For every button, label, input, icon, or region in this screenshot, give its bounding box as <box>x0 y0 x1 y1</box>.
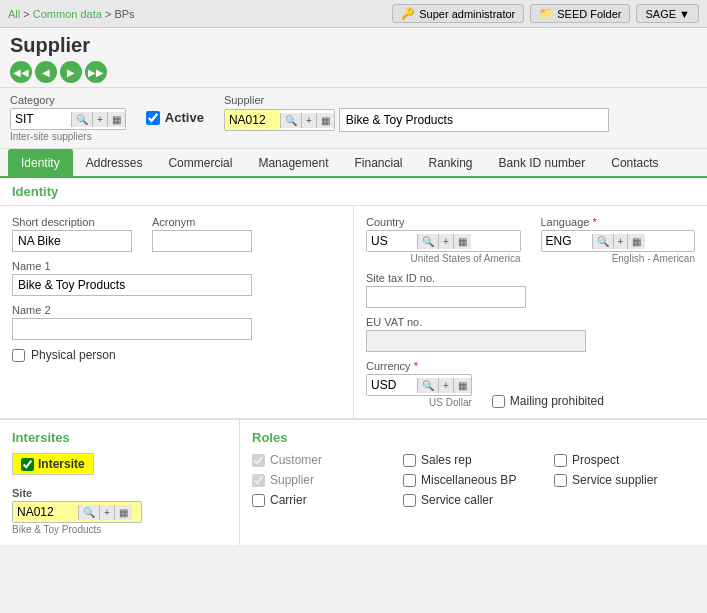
seed-folder-button[interactable]: 📁 SEED Folder <box>530 4 630 23</box>
super-admin-button[interactable]: 🔑 Super administrator <box>392 4 524 23</box>
supplier-add-icon[interactable]: + <box>301 113 316 128</box>
nav-prev-button[interactable]: ◀ <box>35 61 57 83</box>
top-bar: All > Common data > BPs 🔑 Super administ… <box>0 0 707 28</box>
name1-input[interactable] <box>12 274 252 296</box>
category-detail-icon[interactable]: ▦ <box>107 112 125 127</box>
page-title: Supplier <box>10 34 697 57</box>
category-search-icon[interactable]: 🔍 <box>71 112 92 127</box>
carrier-checkbox[interactable] <box>252 494 265 507</box>
physical-person-checkbox[interactable] <box>12 349 25 362</box>
language-input[interactable] <box>542 231 592 251</box>
supplier-detail-icon[interactable]: ▦ <box>316 113 334 128</box>
currency-note: US Dollar <box>366 397 472 408</box>
tab-addresses[interactable]: Addresses <box>73 149 156 176</box>
supplier-name-input[interactable]: Bike & Toy Products <box>339 108 609 132</box>
country-input[interactable] <box>367 231 417 251</box>
tab-contacts[interactable]: Contacts <box>598 149 671 176</box>
tab-management[interactable]: Management <box>245 149 341 176</box>
site-input-group: 🔍 + ▦ <box>12 501 142 523</box>
identity-section-header: Identity <box>0 178 707 206</box>
site-tax-row: Site tax ID no. <box>366 272 695 308</box>
role-customer: Customer <box>252 453 393 467</box>
roles-title: Roles <box>252 430 695 445</box>
mailing-prohibited-checkbox[interactable] <box>492 395 505 408</box>
nav-last-button[interactable]: ▶▶ <box>85 61 107 83</box>
language-note: English - American <box>541 253 696 264</box>
tab-commercial[interactable]: Commercial <box>155 149 245 176</box>
country-field: Country 🔍 + ▦ United States of America <box>366 216 521 264</box>
salesrep-checkbox[interactable] <box>403 454 416 467</box>
supplier-input[interactable] <box>225 110 280 130</box>
category-input[interactable]: SIT <box>11 109 71 129</box>
intersite-checkbox[interactable] <box>21 458 34 471</box>
roles-column: Roles Customer Sales rep Prospect Suppli… <box>240 420 707 545</box>
tab-financial[interactable]: Financial <box>341 149 415 176</box>
name2-row: Name 2 <box>12 304 341 340</box>
language-search-icon[interactable]: 🔍 <box>592 234 613 249</box>
service-supplier-label: Service supplier <box>572 473 657 487</box>
currency-field: Currency * 🔍 + ▦ US Dollar <box>366 360 472 408</box>
supplier-search-icon[interactable]: 🔍 <box>280 113 301 128</box>
currency-detail-icon[interactable]: ▦ <box>453 378 471 393</box>
active-checkbox[interactable] <box>146 111 160 125</box>
acronym-input[interactable] <box>152 230 252 252</box>
prospect-checkbox[interactable] <box>554 454 567 467</box>
country-add-icon[interactable]: + <box>438 234 453 249</box>
misc-bp-checkbox[interactable] <box>403 474 416 487</box>
site-tax-field: Site tax ID no. <box>366 272 695 308</box>
prospect-label: Prospect <box>572 453 619 467</box>
language-input-group: 🔍 + ▦ <box>541 230 696 252</box>
service-supplier-checkbox[interactable] <box>554 474 567 487</box>
supplier-checkbox[interactable] <box>252 474 265 487</box>
eu-vat-input[interactable] <box>366 330 586 352</box>
active-label: Active <box>165 110 204 125</box>
site-label: Site <box>12 487 227 499</box>
role-service-caller: Service caller <box>403 493 544 507</box>
supplier-label: Supplier <box>224 94 609 106</box>
name2-field: Name 2 <box>12 304 252 340</box>
category-add-icon[interactable]: + <box>92 112 107 127</box>
language-add-icon[interactable]: + <box>613 234 628 249</box>
name2-label: Name 2 <box>12 304 252 316</box>
misc-bp-label: Miscellaneous BP <box>421 473 516 487</box>
site-add-icon[interactable]: + <box>99 505 114 520</box>
language-detail-icon[interactable]: ▦ <box>627 234 645 249</box>
nav-next-button[interactable]: ▶ <box>60 61 82 83</box>
nav-first-button[interactable]: ◀◀ <box>10 61 32 83</box>
customer-checkbox[interactable] <box>252 454 265 467</box>
site-input[interactable] <box>13 502 78 522</box>
short-desc-row: Short description Acronym <box>12 216 341 252</box>
category-input-group: SIT 🔍 + ▦ <box>10 108 126 130</box>
nav-buttons: ◀◀ ◀ ▶ ▶▶ <box>10 61 697 83</box>
sage-button[interactable]: SAGE ▼ <box>636 4 699 23</box>
folder-icon: 📁 <box>539 7 553 20</box>
currency-search-icon[interactable]: 🔍 <box>417 378 438 393</box>
short-desc-input[interactable] <box>12 230 132 252</box>
short-desc-field: Short description <box>12 216 132 252</box>
site-tax-input[interactable] <box>366 286 526 308</box>
toolbar: Category SIT 🔍 + ▦ Inter-site suppliers … <box>0 88 707 149</box>
name1-field: Name 1 <box>12 260 252 296</box>
site-search-icon[interactable]: 🔍 <box>78 505 99 520</box>
country-detail-icon[interactable]: ▦ <box>453 234 471 249</box>
eu-vat-label: EU VAT no. <box>366 316 695 328</box>
tab-identity[interactable]: Identity <box>8 149 73 176</box>
active-checkbox-group: Active <box>146 94 204 125</box>
tab-bank-id[interactable]: Bank ID number <box>486 149 599 176</box>
site-detail-icon[interactable]: ▦ <box>114 505 132 520</box>
currency-add-icon[interactable]: + <box>438 378 453 393</box>
currency-input[interactable] <box>367 375 417 395</box>
physical-person-row: Physical person <box>12 348 341 362</box>
identity-section: Identity Short description Acronym Name … <box>0 178 707 419</box>
tab-bar: Identity Addresses Commercial Management… <box>0 149 707 178</box>
intersite-badge[interactable]: Intersite <box>12 453 94 475</box>
tab-ranking[interactable]: Ranking <box>416 149 486 176</box>
name2-input[interactable] <box>12 318 252 340</box>
customer-label: Customer <box>270 453 322 467</box>
site-note: Bike & Toy Products <box>12 524 227 535</box>
mailing-prohibited-label: Mailing prohibited <box>510 394 604 408</box>
service-caller-checkbox[interactable] <box>403 494 416 507</box>
country-search-icon[interactable]: 🔍 <box>417 234 438 249</box>
key-icon: 🔑 <box>401 7 415 20</box>
service-caller-label: Service caller <box>421 493 493 507</box>
